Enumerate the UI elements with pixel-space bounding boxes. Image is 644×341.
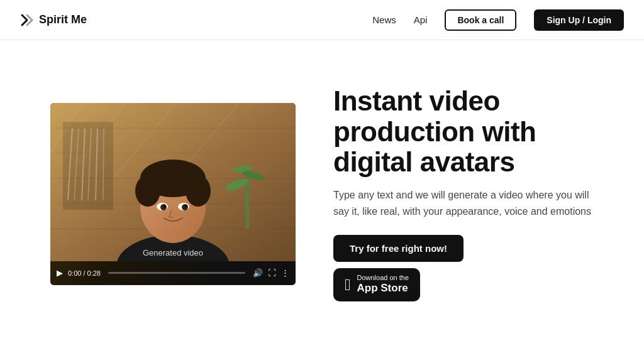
volume-icon[interactable]: 🔊: [253, 268, 263, 278]
expand-icon[interactable]: ⛶: [268, 268, 276, 278]
book-call-button[interactable]: Book a call: [445, 9, 516, 31]
hero-headline: Instant video production with digital av…: [333, 86, 606, 177]
video-thumbnail: [50, 103, 296, 285]
appstore-download-big: App Store: [357, 281, 409, 295]
video-player[interactable]: Generated video ▶ 0:00 / 0:28 🔊 ⛶ ⋮: [50, 103, 296, 285]
apple-icon: : [345, 275, 351, 295]
nav-news-link[interactable]: News: [372, 14, 396, 25]
video-controls[interactable]: ▶ 0:00 / 0:28 🔊 ⛶ ⋮: [50, 261, 296, 285]
video-time: 0:00 / 0:28: [68, 269, 101, 277]
main-content: Generated video ▶ 0:00 / 0:28 🔊 ⛶ ⋮ Inst…: [0, 40, 644, 341]
nav-api-link[interactable]: Api: [414, 14, 428, 25]
appstore-text: Download on the App Store: [357, 274, 409, 295]
headline-line1: Instant video: [333, 85, 500, 116]
svg-point-32: [185, 205, 187, 207]
svg-point-25: [135, 175, 160, 207]
svg-line-16: [103, 128, 104, 200]
video-generated-label: Generated video: [143, 248, 203, 257]
svg-point-26: [186, 175, 211, 207]
appstore-download-small: Download on the: [357, 274, 409, 281]
headline-line2: production with: [333, 116, 536, 147]
more-options-icon[interactable]: ⋮: [281, 268, 289, 278]
hero-subtext: Type any text and we will generate a vid…: [333, 187, 604, 219]
try-free-button[interactable]: Try for free right now!: [333, 235, 464, 262]
video-bg: [50, 103, 296, 261]
hero-text-area: Instant video production with digital av…: [333, 86, 606, 301]
svg-point-31: [164, 205, 166, 207]
svg-point-30: [182, 204, 188, 210]
cta-buttons: Try for free right now!  Download on th…: [333, 235, 606, 301]
svg-rect-17: [245, 178, 249, 229]
svg-point-29: [160, 204, 167, 210]
play-button[interactable]: ▶: [57, 268, 63, 278]
spirit-me-logo-icon: [20, 13, 34, 27]
video-progress-bar[interactable]: [108, 272, 245, 274]
logo-text: Spirit Me: [39, 13, 87, 26]
logo-area: Spirit Me: [20, 13, 87, 27]
nav: News Api Book a call Sign Up / Login: [372, 9, 624, 31]
headline-line3: digital avatars: [333, 146, 514, 177]
app-store-button[interactable]:  Download on the App Store: [333, 268, 420, 301]
signup-login-button[interactable]: Sign Up / Login: [534, 9, 624, 31]
header: Spirit Me News Api Book a call Sign Up /…: [0, 0, 644, 40]
